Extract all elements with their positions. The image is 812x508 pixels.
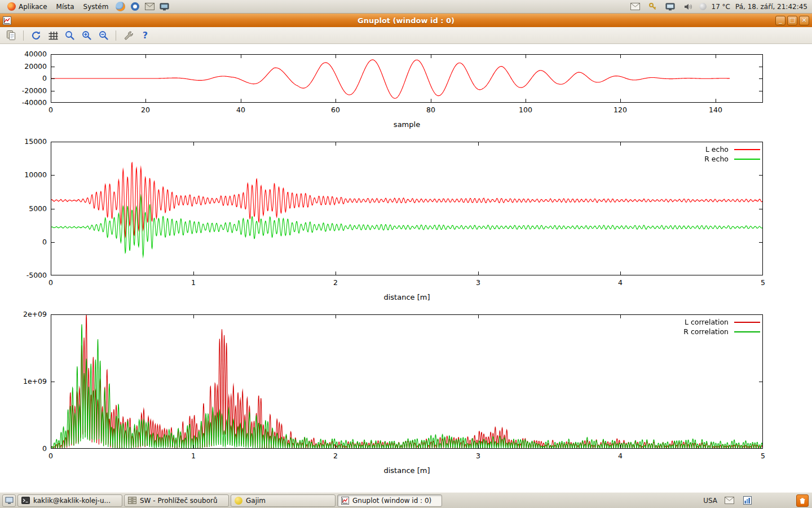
- x-tick-label: 0: [34, 278, 68, 287]
- taskbar-spacer: [759, 500, 791, 501]
- y-tick-label: 1e+09: [2, 377, 47, 386]
- menu-places[interactable]: Místa: [52, 2, 78, 12]
- toggle-grid-button[interactable]: [45, 28, 60, 42]
- taskbar-window-gajim[interactable]: Gajim: [231, 494, 336, 507]
- clock-applet[interactable]: Pá, 18. září, 21:42:45: [735, 3, 807, 11]
- show-desktop-button[interactable]: [2, 494, 16, 507]
- trash-button[interactable]: [796, 494, 809, 507]
- menu-places-label: Místa: [56, 3, 74, 11]
- zoom-region-button[interactable]: [62, 28, 77, 42]
- x-tick-label: 100: [509, 106, 542, 114]
- legend: L echoR echo: [704, 144, 760, 164]
- gnuplot-window-icon: [3, 16, 11, 25]
- legend-label: R echo: [704, 155, 729, 163]
- y-tick-label: -20000: [2, 86, 47, 95]
- plot-canvas[interactable]: [51, 142, 763, 275]
- desktop-screen: Aplikace Místa Systém: [0, 0, 812, 508]
- tray-keyring-button[interactable]: [647, 1, 659, 13]
- gnome-top-panel: Aplikace Místa Systém: [0, 0, 812, 14]
- wrench-icon: [123, 30, 134, 41]
- tray-display-button[interactable]: [664, 1, 677, 13]
- x-axis-tick-labels: 012345: [51, 278, 763, 287]
- envelope-icon: [145, 3, 155, 10]
- menu-system-label: Systém: [83, 3, 109, 11]
- close-button[interactable]: ×: [799, 16, 809, 25]
- show-desktop-icon: [5, 496, 14, 505]
- menu-system[interactable]: Systém: [80, 2, 113, 12]
- taskbar-window-label: SW - Prohlížeč souborů: [140, 497, 225, 505]
- taskbar-window-gnuplot[interactable]: Gnuplot (window id : 0): [337, 494, 442, 507]
- ubuntu-logo-icon: [7, 2, 16, 11]
- file-manager-icon: [128, 497, 136, 504]
- zoom-icon: [64, 30, 76, 41]
- tray-mail-button[interactable]: [629, 1, 642, 13]
- zoom-in-icon: [81, 30, 92, 41]
- replot-button[interactable]: [28, 28, 43, 42]
- window-title: Gnuplot (window id : 0): [0, 16, 812, 25]
- titlebar[interactable]: Gnuplot (window id : 0) _ □ ×: [0, 14, 812, 27]
- plot-canvas[interactable]: [51, 54, 763, 103]
- taskbar-chart-button[interactable]: [741, 494, 753, 507]
- x-tick-label: 60: [319, 106, 352, 114]
- copy-to-clipboard-button[interactable]: [3, 28, 19, 42]
- echo-chart: 150001000050000-5000 012345 distance [m]…: [0, 142, 812, 311]
- x-axis-label: sample: [51, 120, 763, 129]
- x-tick-label: 120: [603, 106, 637, 114]
- x-axis-label: distance [m]: [51, 466, 763, 475]
- plot-canvas[interactable]: [51, 314, 763, 449]
- y-axis-tick-labels: 150001000050000-5000: [2, 142, 47, 275]
- refresh-icon: [30, 30, 42, 41]
- help-button[interactable]: ?: [138, 28, 153, 42]
- taskbar-window-file-manager[interactable]: SW - Prohlížeč souborů: [124, 494, 229, 507]
- terminal-icon: [21, 497, 30, 504]
- help-launcher-icon[interactable]: [128, 1, 142, 13]
- x-tick-label: 20: [129, 106, 162, 114]
- monitor-icon: [160, 3, 169, 11]
- help-ring-icon: [131, 2, 139, 11]
- maximize-button[interactable]: □: [787, 16, 797, 25]
- x-tick-label: 1: [176, 278, 210, 287]
- weather-temperature[interactable]: 17 °C: [712, 3, 730, 11]
- taskbar-window-label: Gajim: [246, 497, 332, 505]
- taskbar-right: USA: [703, 494, 810, 507]
- taskbar-mail-button[interactable]: [723, 494, 735, 507]
- x-tick-label: 4: [603, 278, 637, 287]
- keyboard-layout-indicator[interactable]: USA: [703, 497, 717, 505]
- x-tick-label: 3: [461, 452, 495, 460]
- legend: L correlationR correlation: [683, 317, 760, 336]
- gnuplot-window: Gnuplot (window id : 0) _ □ ×: [0, 14, 812, 492]
- minimize-button[interactable]: _: [775, 16, 785, 25]
- configure-button[interactable]: [121, 28, 136, 42]
- waveform-chart: 40000200000-20000-40000 0204060801001201…: [0, 54, 812, 144]
- x-tick-label: 40: [224, 106, 258, 114]
- window-controls: _ □ ×: [775, 16, 809, 25]
- grid-icon: [47, 30, 59, 41]
- x-axis-label: distance [m]: [51, 293, 763, 301]
- tray-volume-button[interactable]: [682, 1, 694, 13]
- x-tick-label: 1: [176, 452, 210, 460]
- firefox-launcher-icon[interactable]: [113, 1, 127, 13]
- mail-launcher-icon[interactable]: [143, 1, 156, 13]
- legend-entry: L echo: [704, 144, 760, 154]
- mail-icon: [630, 3, 640, 10]
- x-tick-label: 2: [319, 452, 352, 460]
- x-tick-label: 0: [34, 452, 68, 460]
- toolbar-separator: [116, 30, 116, 41]
- legend-label: L echo: [705, 145, 729, 154]
- y-axis-tick-labels: 40000200000-20000-40000: [2, 54, 47, 103]
- legend-line-sample: [734, 322, 760, 323]
- taskbar-window-terminal[interactable]: kaklik@kaklik-kolej-u...: [17, 494, 122, 507]
- screen-launcher-icon[interactable]: [157, 1, 171, 13]
- zoom-out-button[interactable]: [96, 28, 111, 42]
- y-tick-label: 0: [2, 74, 47, 82]
- x-tick-label: 80: [414, 106, 448, 114]
- zoom-out-icon: [98, 30, 109, 41]
- y-axis-tick-labels: 2e+091e+090: [2, 314, 47, 449]
- copy-icon: [6, 30, 17, 41]
- menu-applications[interactable]: Aplikace: [3, 1, 51, 12]
- y-tick-label: 10000: [2, 170, 47, 179]
- y-tick-label: 40000: [2, 50, 47, 58]
- zoom-in-button[interactable]: [79, 28, 94, 42]
- x-tick-label: 140: [699, 106, 732, 114]
- x-tick-label: 5: [746, 452, 780, 460]
